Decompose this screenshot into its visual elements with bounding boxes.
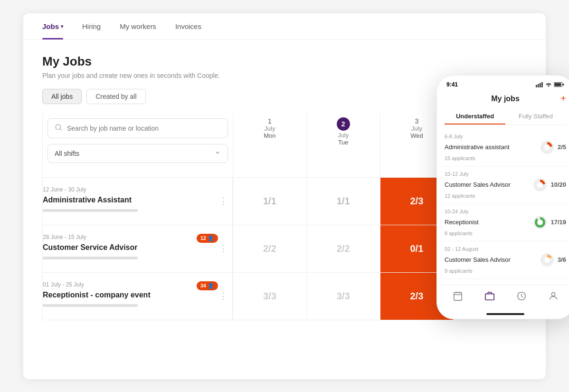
nav-invoices[interactable]: Invoices [175,14,201,39]
mobile-job-4-donut [541,253,554,267]
all-shifts-dropdown[interactable]: All shifts [47,144,228,163]
svg-rect-14 [485,294,493,300]
svg-point-6 [548,86,549,86]
job-row-1-info: 12 June - 30 July Administrative Assista… [43,178,233,225]
mobile-job-2-row: Customer Sales Advisor 10/20 [445,178,566,191]
nav-hiring[interactable]: Hiring [82,14,101,39]
job-1-cell-2[interactable]: 1/1 [306,178,380,225]
svg-rect-8 [563,84,564,86]
job-1-cell-1[interactable]: 1/1 [233,178,306,225]
mobile-job-3-name: Receptionist [445,219,529,226]
calendar-day-2: 2 July Tue [306,114,380,178]
job-2-progress-bar [43,257,138,259]
nav-bar: Jobs ▾ Hiring My workers Invoices [23,13,546,40]
svg-rect-9 [554,83,561,86]
mobile-job-2-name: Customer Sales Advisor [445,181,529,188]
mobile-signal [536,82,564,87]
day-month-1: July [236,125,303,132]
mobile-mockup: 9:41 [436,75,569,319]
mobile-tab-fully-staffed[interactable]: Fully Staffed [505,109,566,124]
search-icon [55,124,62,133]
mobile-tabs: Understaffed Fully Staffed [445,109,566,125]
mobile-job-1-date: 6-8 July [445,134,566,139]
nav-my-workers-label: My workers [120,22,156,30]
mobile-job-list: 6-8 July Administrative assistant 2/5 15… [437,125,569,283]
job-3-more-button[interactable]: ⋮ [219,291,228,301]
job-1-more-button[interactable]: ⋮ [219,196,228,206]
mobile-status-bar: 9:41 [437,76,569,91]
calendar-day-1: 1 July Mon [233,114,306,178]
job-3-cell-2[interactable]: 3/3 [306,273,380,320]
job-1-progress-bar [43,209,138,212]
svg-rect-4 [540,83,541,87]
mobile-header: My jobs + [437,91,569,109]
mobile-job-1-applicants: 15 applicants [445,155,566,161]
nav-jobs[interactable]: Jobs ▾ [42,14,63,39]
mobile-nav-clock-icon[interactable] [516,291,527,304]
svg-rect-5 [541,82,543,87]
page-title: My Jobs [42,54,527,69]
main-container: Jobs ▾ Hiring My workers Invoices My Job… [23,13,546,379]
job-2-name: Customer Service Advisor [43,243,232,252]
job-1-name: Administrative Assistant [43,196,232,204]
mobile-job-item-1[interactable]: 6-8 July Administrative assistant 2/5 15… [437,129,569,166]
svg-rect-2 [536,85,537,87]
job-row-3-info: 01 July - 25 July 34 👤 Receptionist - co… [43,273,233,320]
job-3-badge: 34 👤 [197,281,218,290]
job-3-progress-bar [43,304,138,307]
job-2-more-button[interactable]: ⋮ [219,243,228,254]
mobile-job-3-row: Receptionist 17/19 [445,216,566,229]
mobile-nav-calendar-icon[interactable] [453,291,463,304]
job-row-2-info: 28 June - 15 July 12 👤 Customer Service … [43,225,233,273]
mobile-job-1-row: Administrative assistant 2/5 [445,141,566,154]
job-2-cell-2[interactable]: 2/2 [306,225,380,273]
mobile-job-4-row: Customer Sales Advisor 3/6 [445,253,566,267]
day-month-2: July [338,132,349,139]
svg-point-16 [551,292,555,296]
mobile-job-item-2[interactable]: 10-12 July Customer Sales Advisor 10/20 … [437,166,569,204]
mobile-job-4-name: Customer Sales Advisor [445,256,536,263]
nav-jobs-label: Jobs [42,22,59,30]
mobile-job-item-4[interactable]: 02 - 12 August Customer Sales Advisor 3/… [437,241,569,279]
search-box[interactable] [47,118,228,138]
nav-invoices-label: Invoices [175,22,201,30]
mobile-nav-briefcase-icon[interactable] [484,291,495,304]
svg-rect-3 [538,84,539,87]
chevron-down-icon: ▾ [61,24,63,29]
mobile-job-1-count: 2/5 [558,143,566,151]
calendar-header-left: All shifts [43,114,233,178]
day-weekday-2: Tue [338,139,349,146]
svg-rect-10 [454,292,462,300]
job-3-name: Receptionist - company event [43,291,232,299]
mobile-job-3-applicants: 8 applicants [445,230,566,236]
dropdown-label: All shifts [55,150,79,157]
mobile-time: 9:41 [446,81,458,88]
mobile-job-item-3[interactable]: 10-24 July Receptionist 17/19 8 applican… [437,204,569,241]
nav-hiring-label: Hiring [82,22,101,30]
mobile-job-2-applicants: 12 applicants [445,193,566,199]
mobile-home-indicator [486,313,524,315]
mobile-job-3-donut [533,216,547,229]
svg-line-1 [60,129,61,130]
mobile-job-3-date: 10-24 July [445,209,566,214]
job-3-cell-1[interactable]: 3/3 [233,273,306,320]
job-1-date-range: 12 June - 30 July [43,186,232,193]
mobile-job-4-date: 02 - 12 August [445,246,566,252]
nav-my-workers[interactable]: My workers [120,14,156,39]
mobile-job-2-count: 10/20 [550,181,566,188]
mobile-job-4-applicants: 9 applicants [445,268,566,274]
mobile-job-2-donut [533,178,547,191]
mobile-job-4-count: 3/6 [558,256,566,263]
search-input[interactable] [67,124,221,132]
day-num-2: 2 [337,117,350,131]
tab-all-jobs[interactable]: All jobs [42,89,82,104]
job-2-cell-1[interactable]: 2/2 [233,225,306,273]
mobile-nav-person-icon[interactable] [548,291,559,304]
mobile-job-1-name: Administrative assistant [445,143,536,151]
mobile-app-title: My jobs [491,95,520,103]
mobile-add-button[interactable]: + [560,93,566,104]
job-2-badge: 12 👤 [197,234,218,243]
svg-point-0 [56,124,61,130]
mobile-tab-understaffed[interactable]: Understaffed [445,109,505,124]
tab-created-by-all[interactable]: Created by all [86,89,145,104]
